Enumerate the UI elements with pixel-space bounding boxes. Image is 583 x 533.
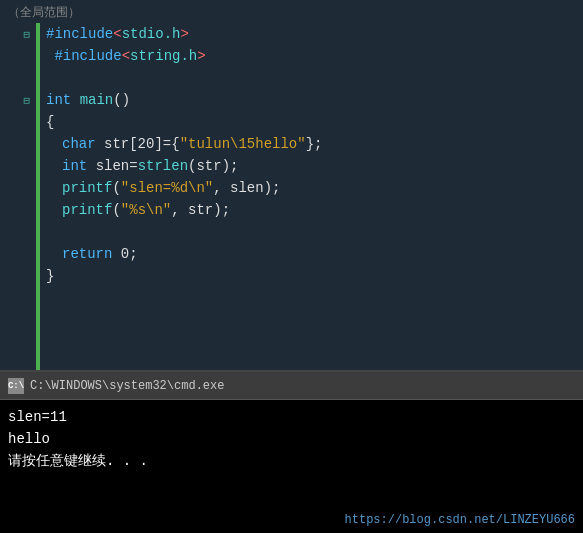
gutter-line-printf2	[0, 199, 32, 221]
token-include2-bracket-close: >	[197, 48, 205, 64]
token-return-kw: return	[62, 246, 112, 262]
token-main-name: main	[80, 92, 114, 108]
terminal-line-3: 请按任意键继续. . .	[8, 450, 575, 472]
token-close-brace: }	[46, 268, 54, 284]
code-line-main: int main()	[42, 89, 583, 111]
terminal: C:\ C:\WINDOWS\system32\cmd.exe slen=11 …	[0, 370, 583, 533]
token-main-int: int	[46, 92, 71, 108]
token-include1-bracket-open: <	[113, 26, 121, 42]
gutter-line-blank1	[0, 67, 32, 89]
gutter-line-include2	[0, 45, 32, 67]
token-printf1-fmt: "slen=%d\n"	[121, 180, 213, 196]
code-line-include2: #include<string.h>	[42, 45, 583, 67]
code-line-return: return 0;	[42, 243, 583, 265]
code-line-printf2: printf("%s\n", str);	[42, 199, 583, 221]
token-include1-bracket-close: >	[180, 26, 188, 42]
gutter: ⊟ ⊟	[0, 23, 36, 370]
code-line-blank1	[42, 67, 583, 89]
code-line-int-slen: int slen=strlen(str);	[42, 155, 583, 177]
gutter-line-brace	[0, 111, 32, 133]
token-include2-file: string.h	[130, 48, 197, 64]
code-editor: （全局范围） ⊟ ⊟	[0, 0, 583, 370]
active-scope-bar	[36, 23, 40, 370]
token-slen-var: slen=	[96, 158, 138, 174]
token-printf1-open: (	[112, 180, 120, 196]
token-printf2-fmt: "%s\n"	[121, 202, 171, 218]
terminal-body[interactable]: slen=11 hello 请按任意键继续. . . https://blog.…	[0, 400, 583, 533]
token-open-brace: {	[46, 114, 54, 130]
token-printf2-func: printf	[62, 202, 112, 218]
code-line-printf1: printf("slen=%d\n", slen);	[42, 177, 583, 199]
terminal-line-2: hello	[8, 428, 575, 450]
token-slen-func: strlen	[138, 158, 188, 174]
gutter-line-char	[0, 133, 32, 155]
gutter-line-printf1	[0, 177, 32, 199]
token-char-type: char	[62, 136, 96, 152]
token-include2-bracket-open: <	[122, 48, 130, 64]
terminal-url: https://blog.csdn.net/LINZEYU666	[345, 513, 575, 527]
terminal-line-1: slen=11	[8, 406, 575, 428]
token-slen-args: (str);	[188, 158, 238, 174]
terminal-titlebar: C:\ C:\WINDOWS\system32\cmd.exe	[0, 372, 583, 400]
token-include1-file: stdio.h	[122, 26, 181, 42]
code-line-char: char str[20]={"tulun\15hello"};	[42, 133, 583, 155]
token-char-close: };	[306, 136, 323, 152]
collapse-include[interactable]: ⊟	[23, 28, 30, 41]
token-printf2-open: (	[112, 202, 120, 218]
gutter-line-return	[0, 243, 32, 265]
terminal-icon: C:\	[8, 378, 24, 394]
token-printf1-func: printf	[62, 180, 112, 196]
collapse-main[interactable]: ⊟	[23, 94, 30, 107]
code-lines: #include<stdio.h> #include<string.h> int…	[42, 23, 583, 370]
token-main-space	[71, 92, 79, 108]
gutter-line-blank2	[0, 221, 32, 243]
token-printf1-args: , slen);	[213, 180, 280, 196]
scope-label: （全局范围）	[0, 0, 583, 23]
code-line-open-brace: {	[42, 111, 583, 133]
token-char-string: "tulun\15hello"	[180, 136, 306, 152]
token-char-space	[96, 136, 104, 152]
token-main-parens: ()	[113, 92, 130, 108]
code-area: ⊟ ⊟ #include<stdio.h>	[0, 23, 583, 370]
token-return-val: 0;	[112, 246, 137, 262]
gutter-line-include1[interactable]: ⊟	[0, 23, 32, 45]
token-slen-space	[87, 158, 95, 174]
token-slen-type: int	[62, 158, 87, 174]
gutter-line-int	[0, 155, 32, 177]
token-include2-hash: #include	[46, 48, 122, 64]
token-printf2-args: , str);	[171, 202, 230, 218]
terminal-icon-label: C:\	[8, 381, 24, 391]
gutter-line-main[interactable]: ⊟	[0, 89, 32, 111]
token-include1-hash: #include	[46, 26, 113, 42]
code-line-blank2	[42, 221, 583, 243]
token-char-var: str[20]={	[104, 136, 180, 152]
code-line-include1: #include<stdio.h>	[42, 23, 583, 45]
terminal-title: C:\WINDOWS\system32\cmd.exe	[30, 379, 224, 393]
code-line-close-brace: }	[42, 265, 583, 287]
gutter-line-closebrace	[0, 265, 32, 287]
